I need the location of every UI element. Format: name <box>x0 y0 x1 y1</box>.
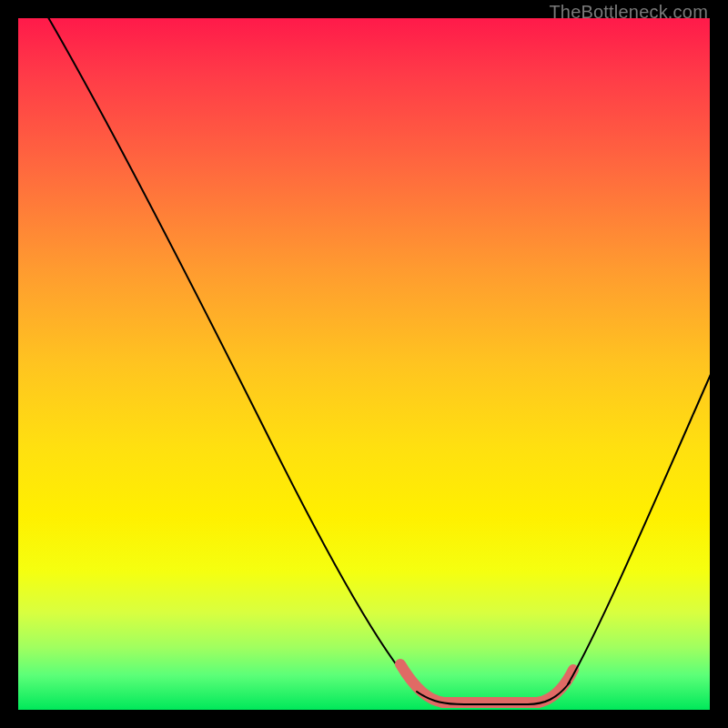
attribution-text: TheBottleneck.com <box>549 2 708 23</box>
curve-left-descent <box>46 13 419 692</box>
gradient-plot-area <box>18 18 710 710</box>
curve-svg <box>18 18 710 710</box>
curve-valley-highlight-left <box>400 664 444 703</box>
chart-frame: TheBottleneck.com <box>0 0 728 728</box>
curve-right-ascent <box>568 364 715 684</box>
